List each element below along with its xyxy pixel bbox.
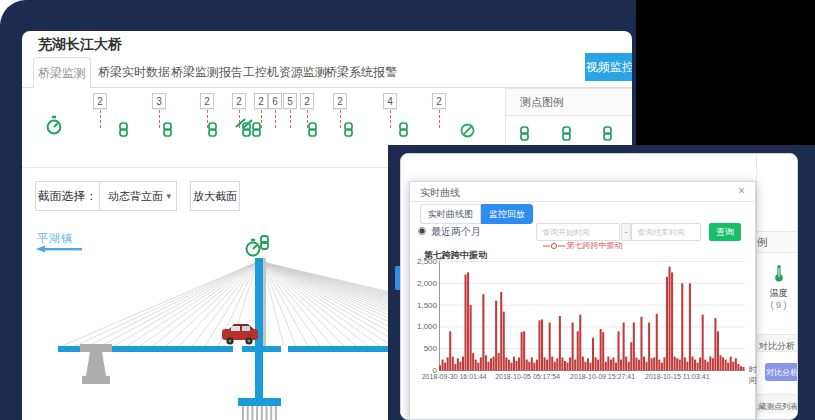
sensor-count-badge: 3 [152, 93, 166, 109]
legend-link-icon [601, 126, 614, 145]
sensor-count-badge: 4 [383, 93, 397, 109]
temperature-count: ( 9 ) [757, 300, 798, 310]
sensor-dashed-line [439, 110, 440, 128]
compare-section-header: 对比分析 [757, 334, 798, 352]
tower-gauge-icon [247, 240, 260, 256]
section-select-group: 截面选择： 动态背立面 ▾ [35, 181, 177, 211]
screen: 芜湖长江大桥 桥梁监测 桥梁实时数据 桥梁监测报告 工控机资源监测 桥梁系统报警… [0, 0, 815, 420]
x-tick-label: 2018-09-30 16:01:44 [422, 373, 478, 380]
dialog-tabs: 实时曲线图 监控回放 [420, 204, 533, 224]
y-tick-label: 1,500 [411, 301, 437, 310]
sensor-dashed-line [100, 110, 101, 128]
legend-marker-icon [543, 242, 565, 250]
black-region [636, 0, 815, 145]
tower-link-icon [261, 236, 268, 249]
bridge-foundation [238, 398, 281, 406]
tab-monitor-playback[interactable]: 监控回放 [481, 204, 533, 224]
legend-link-icon [560, 126, 573, 145]
video-monitor-button[interactable]: 视频监控 [585, 53, 632, 81]
tab-bar: 桥梁监测 桥梁实时数据 桥梁监测报告 工控机资源监测 桥梁系统报警 视频监控 [22, 57, 632, 88]
enlarge-section-button[interactable]: 放大截面 [190, 181, 240, 211]
sensor-count-badge: 2 [200, 93, 214, 109]
vibration-chart: 2,5002,0001,5001,0005000 2018-09-30 16:0… [439, 261, 745, 371]
sensor-count-badge: 2 [432, 93, 446, 109]
sensor-link-icon[interactable] [306, 122, 319, 141]
detail-window: 测点图例 温度 ( 9 ) 对比分析 对比分析 隐藏测点列表 [400, 153, 798, 420]
tab-realtime-curve[interactable]: 实时曲线图 [420, 204, 481, 224]
date-range-separator: - [621, 223, 631, 241]
legend-panel-title: 测点图例 [506, 89, 632, 116]
hide-point-list-bar[interactable]: 隐藏测点列表 [757, 394, 798, 413]
dialog-header: 实时曲线 × [410, 182, 755, 202]
sensor-link-icon[interactable] [206, 122, 219, 141]
page-title: 芜湖长江大桥 [38, 36, 122, 54]
sensor-dashed-line [340, 110, 341, 128]
tab-bridge-realtime-data[interactable]: 桥梁实时数据 [98, 57, 170, 87]
compare-analysis-button[interactable]: 对比分析 [765, 363, 798, 381]
tab-bridge-monitoring[interactable]: 桥梁监测 [33, 57, 91, 88]
chevron-down-icon: ▾ [166, 182, 171, 210]
bridge-abutment [80, 344, 112, 384]
sensor-count-badge: 2 [93, 93, 107, 109]
sensor-dashed-line [261, 110, 262, 128]
x-tick-label: 2018-10-05 05:17:54 [495, 373, 551, 380]
y-tick-label: 2,500 [411, 257, 437, 266]
sensor-dashed-line [159, 110, 160, 128]
sensor-count-badge: 2 [254, 93, 268, 109]
tab-bridge-monitor-report[interactable]: 桥梁监测报告 [171, 57, 243, 87]
recent-two-months-radio[interactable] [418, 227, 426, 235]
measure-point-legend-header: 测点图例 [757, 231, 798, 253]
sensor-link-icon[interactable] [397, 122, 410, 141]
y-tick-label: 1,000 [411, 322, 437, 331]
sensor-count-badge: 5 [283, 93, 297, 109]
recent-two-months-label: 最近两个月 [431, 225, 481, 239]
sensor-dashed-line [290, 110, 291, 128]
thermometer-icon [773, 264, 785, 282]
x-axis-name: 时间 [749, 364, 757, 386]
bridge-tower [255, 258, 263, 398]
sensor-count-badge: 2 [232, 93, 246, 109]
x-tick-label: 2018-10-15 11:03:41 [645, 373, 701, 380]
temperature-label: 温度 [757, 287, 798, 300]
section-toolbar: 截面选择： 动态背立面 ▾ 放大截面 [22, 181, 402, 211]
section-select-value: 动态背立面 [108, 190, 163, 202]
legend-panel: 测点图例 [505, 88, 632, 150]
query-start-time-input[interactable] [536, 223, 620, 241]
y-tick-label: 500 [411, 344, 437, 353]
detail-window-backdrop: 测点图例 温度 ( 9 ) 对比分析 对比分析 隐藏测点列表 [388, 145, 815, 420]
x-tick-label: 2018-10-09 15:27:41 [570, 373, 626, 380]
sensor-dashed-line [275, 110, 276, 128]
query-end-time-input[interactable] [631, 223, 701, 241]
tab-bridge-system-alarm[interactable]: 桥梁系统报警 [325, 57, 397, 87]
foundation-piles [243, 406, 276, 420]
sensor-link-icon[interactable] [117, 122, 130, 141]
sensor-link-icon[interactable] [342, 122, 355, 141]
sensor-count-badge: 6 [268, 93, 282, 109]
section-select[interactable]: 动态背立面 ▾ [99, 182, 176, 210]
sensor-dashed-line [390, 110, 391, 128]
section-select-label: 截面选择： [36, 182, 99, 210]
measure-point-panel: 测点图例 温度 ( 9 ) 对比分析 对比分析 隐藏测点列表 [756, 154, 798, 420]
sensor-disabled-icon[interactable] [460, 123, 475, 142]
sensor-gauge-icon[interactable] [46, 115, 62, 139]
legend-link-icon [518, 126, 531, 145]
sensor-link-icon[interactable] [161, 122, 174, 141]
sensor-count-badge: 2 [300, 93, 314, 109]
query-button[interactable]: 查询 [709, 223, 741, 241]
tab-ipc-resource-monitor[interactable]: 工控机资源监测 [243, 57, 327, 87]
dialog-title: 实时曲线 [420, 186, 460, 200]
temperature-legend-item[interactable]: 温度 ( 9 ) [757, 264, 798, 310]
close-icon[interactable]: × [738, 184, 745, 198]
sensor-count-badge: 2 [333, 93, 347, 109]
car [222, 324, 258, 345]
realtime-curve-dialog: 实时曲线 × 实时曲线图 监控回放 最近两个月 - 查询 [409, 181, 756, 420]
y-tick-label: 2,000 [411, 279, 437, 288]
